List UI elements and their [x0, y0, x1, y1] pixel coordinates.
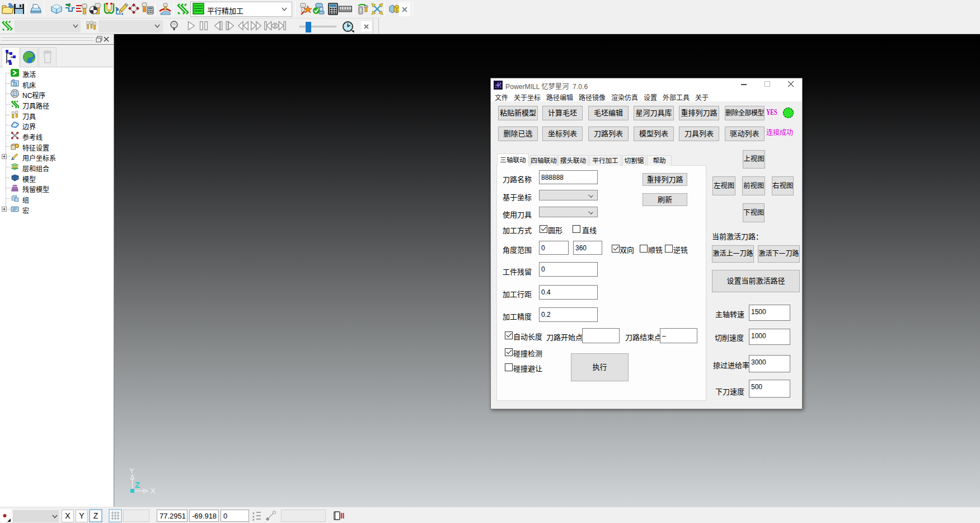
svg-text:Z: Z: [135, 480, 140, 489]
svg-text:X: X: [151, 487, 156, 495]
svg-text:Y: Y: [129, 468, 134, 475]
svg-text:z: z: [252, 518, 255, 521]
